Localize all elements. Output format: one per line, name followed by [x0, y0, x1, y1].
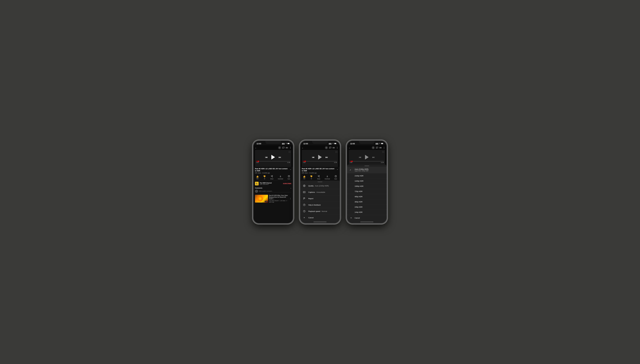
- chevron-down-icon-3[interactable]: ⌄: [349, 147, 350, 149]
- more-icon-3[interactable]: ⋮: [383, 146, 385, 149]
- svg-rect-1: [288, 143, 289, 144]
- quality-360p-item[interactable]: 360p HDR: [347, 199, 387, 204]
- like-button-2[interactable]: 👍 645: [303, 175, 306, 180]
- cast-icon-3[interactable]: [376, 147, 378, 149]
- sheet-handle-2: [318, 182, 322, 182]
- quality-value: · Auto (2160p HDR): [313, 185, 329, 187]
- download-button-1[interactable]: Download: [278, 175, 283, 180]
- quality-144p-item[interactable]: 144p HDR: [347, 210, 387, 215]
- progress-bar-2[interactable]: 0:28 11:09: [302, 161, 338, 163]
- pause-icon-2[interactable]: ⏸: [325, 146, 328, 149]
- battery-icon-2: [334, 143, 337, 144]
- expand-icon-1[interactable]: ⌄: [290, 168, 291, 170]
- share-label-1: Share: [270, 178, 273, 180]
- thumbnail-orb-1: [258, 196, 263, 201]
- share-button-2[interactable]: Share: [317, 175, 320, 180]
- play-button-3[interactable]: [365, 155, 369, 160]
- cast-icon-2[interactable]: [329, 147, 331, 149]
- chevron-down-icon-1[interactable]: ⌄: [255, 147, 257, 149]
- dislike-button-1[interactable]: 👎 16: [263, 175, 266, 180]
- quality-480p-item[interactable]: 480p HDR: [347, 194, 387, 199]
- quality-1080p-item[interactable]: 1080p HDR: [347, 184, 387, 189]
- next-icon-3[interactable]: ⏭: [372, 156, 375, 159]
- download-icon-2: [326, 175, 328, 178]
- quality-720p-item[interactable]: 720p HDR: [347, 189, 387, 194]
- channel-info-1: 4KHDR The HDR Channel 218K subscribers S…: [253, 181, 293, 186]
- prev-icon-3[interactable]: ⏮: [359, 156, 361, 159]
- report-item[interactable]: Report: [300, 196, 340, 202]
- progress-bar-1[interactable]: 0:28 11:09: [255, 161, 291, 163]
- playback-speed-item[interactable]: Playback speed · Normal: [300, 208, 340, 214]
- channel-logo-1: 4KHDR: [255, 182, 259, 186]
- next-icon-1[interactable]: ⏭: [279, 156, 281, 159]
- fullscreen-icon-3[interactable]: ⛶: [382, 151, 384, 153]
- next-video-info-1: Real 4K HDR 60fps: Sony Glass Blowing De…: [269, 194, 289, 203]
- action-buttons-2: 👍 645 👎 16 Share: [300, 174, 340, 181]
- captions-label: Captions · Unavailable: [308, 191, 325, 193]
- total-time-2: 11:09: [334, 162, 337, 163]
- prev-icon-2[interactable]: ⏮: [312, 156, 315, 159]
- download-icon-1: [279, 175, 282, 178]
- video-title-1: Real 4K HDR: LE LABO DE JAY test content…: [255, 168, 289, 172]
- subscribe-button-1[interactable]: SUBSCRIBE: [283, 183, 291, 184]
- save-button-2[interactable]: Save: [334, 175, 337, 180]
- chevron-down-icon-2[interactable]: ⌄: [302, 147, 303, 149]
- svg-rect-13: [303, 191, 305, 193]
- phones-container: 12:03 ▌▌▌ ⌄: [252, 140, 388, 224]
- pause-icon-1[interactable]: ⏸: [278, 146, 281, 149]
- fullscreen-icon-1[interactable]: ⛶: [289, 151, 290, 153]
- wifi-icon-3: [379, 143, 381, 144]
- save-button-1[interactable]: Save: [287, 175, 290, 180]
- quality-1440p-name: 1440p HDR: [355, 180, 363, 182]
- more-icon-2[interactable]: ⋮: [336, 146, 338, 149]
- comments-label-1: Comments: [255, 187, 262, 189]
- svg-point-24: [376, 148, 376, 148]
- play-button-1[interactable]: [271, 155, 275, 160]
- prev-icon-1[interactable]: ⏮: [265, 156, 268, 159]
- help-feedback-item[interactable]: Help & feedback: [300, 202, 340, 208]
- channel-subs-1: 218K subscribers: [260, 184, 282, 185]
- current-time-2: 0:28: [303, 162, 305, 163]
- home-indicator-2: [313, 222, 327, 222]
- quality-240p-item[interactable]: 240p HDR: [347, 204, 387, 210]
- progress-bar-3[interactable]: 0:28 11:09: [349, 161, 385, 163]
- cast-icon-1[interactable]: [282, 147, 284, 149]
- play-button-2[interactable]: [318, 155, 322, 160]
- player-controls-3: ⏮ ⏭: [359, 155, 375, 160]
- signal-icon-3: ▌▌▌: [376, 143, 379, 144]
- dislike-button-2[interactable]: 👎 16: [310, 175, 313, 180]
- cancel-item-2[interactable]: Cancel: [300, 214, 340, 221]
- cancel-item-3[interactable]: Cancel: [347, 215, 387, 221]
- check-icon-auto: ✓: [350, 169, 353, 171]
- notch-2: [312, 141, 328, 144]
- comments-section-1: Comments ⌄: [253, 186, 293, 194]
- pause-icon-3[interactable]: ⏸: [372, 146, 375, 149]
- captions-item[interactable]: Captions · Unavailable: [300, 189, 340, 196]
- cc-icon-3[interactable]: CC: [379, 147, 382, 148]
- video-title-2: Real 4K HDR: LE LABO DE JAY test content…: [302, 168, 336, 172]
- svg-point-2: [282, 148, 283, 148]
- quality-1440p-item[interactable]: 1440p HDR: [347, 178, 387, 184]
- cc-icon-1[interactable]: CC: [286, 147, 288, 148]
- share-label-2: Share: [317, 178, 320, 180]
- quality-auto-item[interactable]: ✓ Auto (2160p HDR) Upper limit: 2160p HD…: [347, 167, 387, 173]
- download-button-2[interactable]: Download: [325, 175, 330, 180]
- quality-item[interactable]: Quality · Auto (2160p HDR): [300, 183, 340, 189]
- comment-input-1[interactable]: [259, 190, 291, 192]
- comments-expand-icon-1[interactable]: ⌄: [290, 187, 291, 189]
- next-video-more-icon-1[interactable]: ⋮: [290, 198, 291, 200]
- like-button-1[interactable]: 👍 645: [256, 175, 259, 180]
- more-icon-1[interactable]: ⋮: [289, 146, 291, 149]
- share-button-1[interactable]: Share: [270, 175, 273, 180]
- quality-240p-name: 240p HDR: [355, 206, 363, 208]
- video-info-2: Real 4K HDR: LE LABO DE JAY test content…: [300, 167, 340, 174]
- fullscreen-icon-2[interactable]: ⛶: [336, 151, 337, 153]
- cc-icon-2[interactable]: CC: [332, 147, 335, 148]
- next-video-1[interactable]: 1:24 Real 4K HDR 60fps: Sony Glass Blowi…: [253, 194, 293, 204]
- quality-2160p-item[interactable]: 2160p HDR: [347, 173, 387, 178]
- quality-1080p-name: 1080p HDR: [355, 185, 363, 187]
- gear-icon: [303, 184, 306, 187]
- phone-3-inner: 12:03 ▌▌▌ ⌄: [347, 141, 387, 223]
- expand-icon-2[interactable]: ⌄: [337, 168, 338, 170]
- next-icon-2[interactable]: ⏭: [325, 156, 328, 159]
